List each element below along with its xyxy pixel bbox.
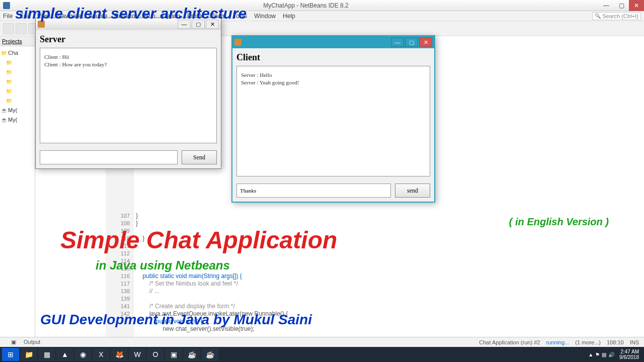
output-tab[interactable]: ▣ Output	[11, 339, 40, 345]
java-icon	[234, 39, 242, 46]
xampp-icon[interactable]: X	[93, 348, 110, 361]
server-titlebar[interactable]: — ▢ ✕	[36, 18, 221, 30]
windows-taskbar: ⊞ 📁 ▦ ▲ ◉ X 🦊 W O ▣ ☕ ☕ ▲ ⚑ ▤ 🔊 2:47 AM9…	[0, 347, 644, 362]
projects-tree[interactable]: Cha My( My(	[0, 46, 35, 127]
run-status: Chat Application (run) #2	[479, 339, 540, 345]
app-icon	[3, 2, 10, 9]
menu-file[interactable]: File	[3, 13, 13, 20]
vlc-icon[interactable]: ▲	[56, 348, 73, 361]
java-icon	[38, 21, 45, 28]
search-input[interactable]: Search (Ctrl+I)	[592, 12, 641, 20]
close-button[interactable]: ✕	[206, 20, 219, 29]
maximize-button[interactable]: ▢	[614, 0, 629, 11]
close-button[interactable]: ✕	[419, 38, 432, 47]
client-titlebar[interactable]: — ▢ ✕	[232, 36, 434, 48]
tree-item[interactable]	[1, 77, 34, 86]
firefox-icon[interactable]: 🦊	[111, 348, 128, 361]
clock[interactable]: 2:47 AM9/6/2018	[616, 349, 642, 360]
window-title: MyChatApp - NetBeans IDE 8.2	[13, 2, 599, 9]
tree-item[interactable]: My(	[1, 106, 34, 115]
app-icon[interactable]: ▦	[38, 348, 55, 361]
client-input[interactable]	[236, 184, 391, 198]
run-more[interactable]: (1 more...)	[575, 339, 601, 345]
start-button[interactable]: ⊞	[2, 348, 19, 361]
server-heading: Server	[40, 34, 217, 45]
code-area[interactable]: }} } public static void main(String args…	[136, 212, 639, 333]
projects-panel: Projects Cha My( My(	[0, 36, 35, 347]
maximize-button[interactable]: ▢	[192, 20, 205, 29]
client-send-button[interactable]: send	[395, 184, 430, 198]
tray-flag-icon[interactable]: ⚑	[595, 352, 600, 357]
tree-item[interactable]	[1, 67, 34, 77]
tree-item[interactable]	[1, 96, 34, 106]
system-tray[interactable]: ▲ ⚑ ▤ 🔊 2:47 AM9/6/2018	[588, 349, 642, 360]
word-icon[interactable]: W	[129, 348, 146, 361]
explorer-icon[interactable]: 📁	[20, 348, 37, 361]
server-log: Client : Hii Client : How are you today?	[40, 48, 217, 143]
new-file-icon[interactable]	[3, 23, 14, 34]
menu-edit[interactable]: Edit	[20, 13, 30, 20]
ide-status-bar: ▣ Output Chat Application (run) #2 runni…	[0, 337, 644, 347]
java-icon[interactable]: ☕	[201, 348, 218, 361]
chrome-icon[interactable]: ◉	[74, 348, 92, 361]
cursor-pos: 108:10	[607, 339, 624, 345]
tree-item[interactable]	[1, 86, 34, 96]
graphics-icon[interactable]: ▣	[165, 348, 182, 361]
menu-tools[interactable]: Tools	[233, 13, 247, 20]
menu-window[interactable]: Window	[254, 13, 276, 20]
tray-net-icon[interactable]: ▤	[602, 352, 606, 357]
minimize-button[interactable]: —	[599, 0, 614, 11]
tree-item[interactable]	[1, 58, 34, 67]
open-icon[interactable]	[16, 23, 27, 34]
maximize-button[interactable]: ▢	[405, 38, 418, 47]
menu-help[interactable]: Help	[283, 13, 295, 20]
tree-item[interactable]: Cha	[1, 48, 34, 58]
server-window: — ▢ ✕ Server Client : Hii Client : How a…	[35, 18, 221, 169]
server-send-button[interactable]: Send	[182, 150, 217, 164]
window-titlebar: MyChatApp - NetBeans IDE 8.2 — ▢ ✕	[0, 0, 644, 11]
java-icon[interactable]: ☕	[183, 348, 200, 361]
client-window: — ▢ ✕ Client Server : Hello Server : Yea…	[231, 35, 435, 203]
tree-item[interactable]: My(	[1, 115, 34, 125]
client-log: Server : Hello Server : Yeah going good!	[236, 66, 430, 176]
minimize-button[interactable]: —	[178, 20, 191, 29]
tray-vol-icon[interactable]: 🔊	[608, 352, 614, 357]
minimize-button[interactable]: —	[391, 38, 404, 47]
close-button[interactable]: ✕	[629, 0, 644, 11]
run-state: running...	[546, 339, 569, 345]
ins-mode: INS	[630, 339, 639, 345]
tray-up-icon[interactable]: ▲	[588, 352, 593, 357]
client-heading: Client	[236, 52, 430, 63]
server-input[interactable]	[40, 150, 178, 164]
opera-icon[interactable]: O	[147, 348, 164, 361]
projects-tab[interactable]: Projects	[0, 36, 35, 46]
